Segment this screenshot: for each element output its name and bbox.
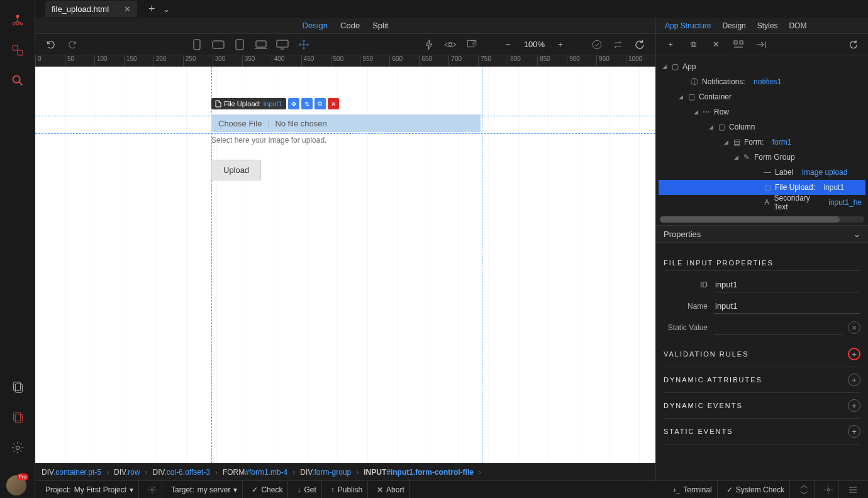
- svg-point-0: [16, 15, 19, 18]
- svg-rect-16: [277, 40, 288, 47]
- new-tab-button[interactable]: +: [148, 3, 155, 16]
- crumb-5[interactable]: INPUT#input1.form-control-file: [364, 468, 474, 477]
- svg-point-11: [16, 446, 19, 450]
- delete-node-button[interactable]: ✕: [706, 35, 725, 54]
- get-button[interactable]: ↓Get: [292, 481, 321, 498]
- undo-button[interactable]: [42, 35, 60, 54]
- tree-node-column[interactable]: ◢▢Column: [659, 119, 865, 135]
- add-static-event-button[interactable]: +: [848, 425, 860, 438]
- svg-rect-21: [740, 41, 743, 44]
- status-icon-2[interactable]: [818, 481, 839, 498]
- crumb-3[interactable]: FORM#form1.mb-4: [223, 468, 287, 477]
- static-value-input[interactable]: [714, 320, 843, 335]
- git-icon[interactable]: [0, 402, 35, 433]
- wrap-node-button[interactable]: [729, 35, 748, 54]
- tag-delete-button[interactable]: ✕: [328, 98, 339, 109]
- swap-icon[interactable]: [609, 35, 628, 54]
- design-canvas[interactable]: Image upload File Upload: input1 ✥ ⇅ ⧉ ✕…: [35, 67, 655, 463]
- project-settings-button[interactable]: [143, 481, 162, 498]
- section-static-events: STATIC EVENTS +: [664, 419, 860, 445]
- refresh-tree-button[interactable]: [844, 35, 863, 54]
- project-selector[interactable]: Project:My First Project▾: [40, 481, 139, 498]
- move-out-button[interactable]: [752, 35, 771, 54]
- add-dynamic-attr-button[interactable]: +: [848, 374, 860, 386]
- app-logo-icon[interactable]: [0, 5, 35, 35]
- files-icon[interactable]: [0, 372, 35, 402]
- status-icon-3[interactable]: [843, 481, 863, 498]
- tree-node-label[interactable]: —Label Image upload: [659, 165, 865, 180]
- tab-app-structure[interactable]: App Structure: [665, 21, 711, 30]
- clear-static-button[interactable]: ✕: [848, 321, 860, 334]
- crumb-0[interactable]: DIV.container.pt-5: [42, 468, 101, 477]
- section-file-input-properties: FILE INPUT PROPERTIES: [664, 259, 860, 271]
- id-input[interactable]: [714, 277, 860, 292]
- status-icon-1[interactable]: [794, 481, 815, 498]
- tag-move-button[interactable]: ✥: [288, 98, 299, 109]
- pro-badge: Pro: [17, 473, 28, 480]
- tree-node-form-group[interactable]: ◢✎Form Group: [659, 150, 865, 165]
- device-desktop-icon[interactable]: [273, 35, 292, 54]
- crumb-4[interactable]: DIV.form-group: [300, 468, 351, 477]
- svg-point-1: [13, 23, 15, 25]
- tree-node-container[interactable]: ◢▢Container: [659, 89, 865, 104]
- preview-icon[interactable]: [441, 35, 460, 54]
- tree-node-file-upload[interactable]: ▢File Upload: input1: [659, 180, 865, 195]
- tree-node-secondary-text[interactable]: ASecondary Text input1_he: [659, 195, 865, 210]
- device-tablet-landscape-icon[interactable]: [209, 35, 228, 54]
- publish-button[interactable]: ↑Publish: [326, 481, 368, 498]
- add-dynamic-event-button[interactable]: +: [848, 399, 860, 412]
- settings-icon[interactable]: [0, 433, 35, 463]
- upload-button[interactable]: Upload: [211, 160, 261, 180]
- open-browser-icon[interactable]: [462, 35, 481, 54]
- help-text: Select here your image for upload.: [211, 136, 481, 145]
- tree-node-app[interactable]: ◢▢App: [659, 59, 865, 74]
- svg-point-17: [448, 43, 452, 46]
- move-tool-icon[interactable]: [294, 35, 313, 54]
- choose-file-button[interactable]: Choose File: [212, 119, 269, 128]
- file-input-preview[interactable]: Choose File No file chosen: [211, 114, 481, 132]
- system-check-button[interactable]: ✓System Check: [721, 481, 790, 498]
- tab-styles[interactable]: Styles: [757, 21, 778, 30]
- add-node-button[interactable]: +: [661, 35, 680, 54]
- view-split[interactable]: Split: [372, 21, 388, 30]
- device-mobile-icon[interactable]: [187, 35, 206, 54]
- zoom-out-button[interactable]: −: [499, 35, 518, 54]
- structure-toolbar: + ⧉ ✕: [656, 34, 868, 55]
- tab-design[interactable]: Design: [722, 21, 745, 30]
- tab-close-icon[interactable]: ✕: [124, 4, 131, 14]
- search-icon[interactable]: [0, 65, 35, 96]
- file-tab[interactable]: file_upload.html ✕: [45, 1, 137, 17]
- device-laptop-icon[interactable]: [252, 35, 270, 54]
- zoom-in-button[interactable]: +: [551, 35, 570, 54]
- section-dynamic-attributes: DYNAMIC ATTRIBUTES +: [664, 367, 860, 393]
- refresh-icon[interactable]: [630, 35, 649, 54]
- tab-dom[interactable]: DOM: [789, 21, 806, 30]
- components-icon[interactable]: [0, 35, 35, 65]
- tree-scrollbar[interactable]: [660, 216, 864, 223]
- view-mode-bar: Design Code Split: [35, 18, 655, 34]
- view-design[interactable]: Design: [303, 21, 328, 30]
- properties-panel-header[interactable]: Properties ⌄: [656, 225, 868, 243]
- crumb-2[interactable]: DIV.col-6.offset-3: [153, 468, 210, 477]
- svg-point-3: [20, 23, 23, 25]
- view-code[interactable]: Code: [340, 21, 360, 30]
- duplicate-node-button[interactable]: ⧉: [684, 35, 703, 54]
- abort-button[interactable]: ✕Abort: [372, 481, 410, 498]
- tree-node-form[interactable]: ◢▤Form: form1: [659, 135, 865, 150]
- check-circle-icon[interactable]: [587, 35, 606, 54]
- add-validation-button[interactable]: +: [848, 348, 860, 360]
- redo-button[interactable]: [63, 35, 82, 54]
- user-avatar[interactable]: Pro: [6, 475, 26, 495]
- device-tablet-portrait-icon[interactable]: [230, 35, 249, 54]
- terminal-button[interactable]: ›_Terminal: [669, 481, 718, 498]
- tabs-menu-icon[interactable]: ⌄: [163, 4, 170, 14]
- check-button[interactable]: ✓Check: [247, 481, 288, 498]
- target-selector[interactable]: Target:my server▾: [166, 481, 243, 498]
- lightning-icon[interactable]: [420, 35, 438, 54]
- tag-collapse-button[interactable]: ⇅: [301, 98, 313, 109]
- crumb-1[interactable]: DIV.row: [114, 468, 140, 477]
- tag-copy-button[interactable]: ⧉: [314, 98, 326, 109]
- tree-node-notifications[interactable]: ⓘNotifications: notifies1: [659, 74, 865, 89]
- tree-node-row[interactable]: ◢⋯Row: [659, 104, 865, 119]
- name-input[interactable]: [714, 299, 860, 314]
